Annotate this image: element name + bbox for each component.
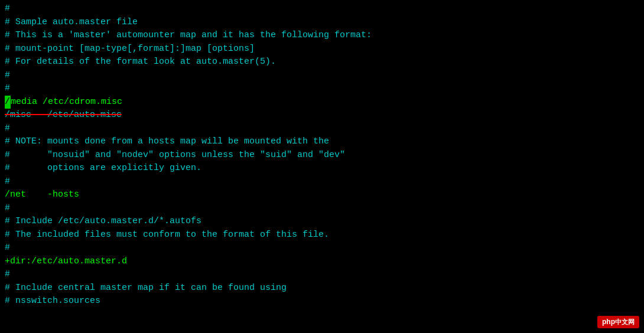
line-20: +dir:/etc/auto.master.d: [5, 255, 639, 269]
line-9-strikethrough: /misc /etc/auto.misc: [5, 110, 122, 120]
line-13: # options are explicitly given.: [5, 162, 639, 175]
line-19: #: [5, 241, 639, 255]
line-3: # This is a 'master' automounter map and…: [5, 29, 639, 43]
line-22: # Include central master map if it can b…: [5, 282, 639, 295]
line-6: #: [5, 69, 639, 83]
line-8-cursor: /media /etc/cdrom.misc: [5, 96, 639, 109]
line-1: #: [5, 2, 639, 16]
line-12: # "nosuid" and "nodev" options unless th…: [5, 149, 639, 162]
line-11: # NOTE: mounts done from a hosts map wil…: [5, 135, 639, 149]
terminal-window: # # Sample auto.master file # This is a …: [0, 0, 644, 333]
line-9: /misc /etc/auto.misc: [5, 109, 639, 122]
line-10: #: [5, 122, 639, 136]
line-4: # mount-point [map-type[,format]:]map [o…: [5, 43, 639, 56]
php-badge: php中文网: [597, 316, 639, 328]
line-23: # nsswitch.sources: [5, 295, 639, 308]
line-2: # Sample auto.master file: [5, 16, 639, 30]
line-14: #: [5, 175, 639, 189]
line-7: #: [5, 82, 639, 96]
line-5: # For details of the format look at auto…: [5, 56, 639, 69]
php-badge-label: php: [602, 318, 615, 326]
php-badge-suffix: 中文网: [615, 318, 635, 325]
line-16: #: [5, 202, 639, 216]
line-21: #: [5, 268, 639, 282]
line-8-text: media /etc/cdrom.misc: [11, 97, 122, 107]
cursor-block: /: [5, 96, 11, 109]
line-18: # The included files must conform to the…: [5, 228, 639, 242]
line-15: /net -hosts: [5, 188, 639, 202]
line-17: # Include /etc/auto.master.d/*.autofs: [5, 215, 639, 228]
